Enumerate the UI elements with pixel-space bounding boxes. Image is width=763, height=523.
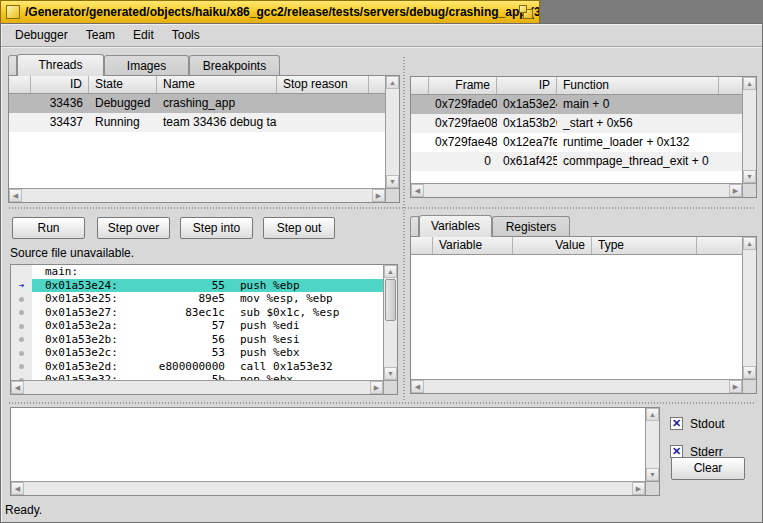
scroll-up-icon[interactable]: ▲ <box>384 265 397 278</box>
frames-col-ip[interactable]: IP <box>497 77 557 94</box>
variables-col-variable[interactable]: Variable <box>433 237 513 254</box>
breakpoint-dot-icon[interactable] <box>19 364 24 369</box>
scroll-right-icon[interactable]: ▶ <box>729 380 742 393</box>
frame-cell-frame: 0x729fade0 <box>429 95 497 114</box>
scroll-up-icon[interactable]: ▲ <box>386 76 399 89</box>
tab-breakpoints[interactable]: Breakpoints <box>189 55 280 76</box>
scroll-up-icon[interactable]: ▲ <box>646 408 659 421</box>
disasm-gutter <box>11 265 32 279</box>
close-icon[interactable] <box>6 5 20 19</box>
tab-variables[interactable]: Variables <box>419 215 492 237</box>
scrollbar-thumb[interactable] <box>385 279 396 321</box>
disassembly-line[interactable]: 0x01a53e25:89e5mov %esp, %ebp <box>11 292 383 306</box>
disasm-line-content: 0x01a53e2d:e800000000call 0x1a53e32 <box>32 360 383 374</box>
threads-hscrollbar[interactable]: ◀ ▶ <box>9 188 385 202</box>
disasm-line-content: 0x01a53e27:83ec1csub $0x1c, %esp <box>32 306 383 320</box>
scroll-left-icon[interactable]: ◀ <box>411 184 424 197</box>
source-unavailable-label: Source file unavailable. <box>10 246 134 260</box>
breakpoint-dot-icon[interactable] <box>19 297 24 302</box>
breakpoint-dot-icon[interactable] <box>19 337 24 342</box>
menu-debugger[interactable]: Debugger <box>6 24 77 46</box>
frame-row[interactable]: 0x729fae480x12ea7feruntime_loader + 0x13… <box>411 133 742 152</box>
console-hscrollbar[interactable]: ◀ ▶ <box>11 481 645 495</box>
title-bar[interactable]: /Generator/generated/objects/haiku/x86_g… <box>0 0 540 23</box>
stdout-checkbox[interactable]: ✕ <box>670 417 683 430</box>
disassembly-line[interactable]: 0x01a53e32:5bpop %ebx <box>11 373 383 380</box>
scroll-left-icon[interactable]: ◀ <box>411 380 424 393</box>
menu-tools[interactable]: Tools <box>163 24 209 46</box>
scroll-down-icon[interactable]: ▼ <box>384 367 397 380</box>
disassembly-line[interactable]: main: <box>11 265 383 279</box>
disasm-bytes: 56 <box>157 333 225 347</box>
step-over-button[interactable]: Step over <box>97 217 170 239</box>
disassembly-line[interactable]: 0x01a53e2d:e800000000call 0x1a53e32 <box>11 360 383 374</box>
breakpoint-dot-icon[interactable] <box>19 310 24 315</box>
splitter-vertical[interactable] <box>402 56 406 401</box>
menu-edit[interactable]: Edit <box>124 24 163 46</box>
threads-col-stop-reason[interactable]: Stop reason <box>277 76 369 93</box>
scroll-right-icon[interactable]: ▶ <box>370 381 383 394</box>
scroll-right-icon[interactable]: ▶ <box>632 482 645 495</box>
frame-row[interactable]: 0x729fae080x1a53b26_start + 0x56 <box>411 114 742 133</box>
thread-cell-name: team 33436 debug task <box>157 113 277 132</box>
breakpoint-dot-icon[interactable] <box>19 351 24 356</box>
step-into-button[interactable]: Step into <box>180 217 253 239</box>
threads-col-name[interactable]: Name <box>157 76 277 93</box>
variables-hscrollbar[interactable]: ◀ ▶ <box>411 379 742 393</box>
variables-vscrollbar[interactable]: ▲ ▼ <box>742 237 756 379</box>
tab-threads[interactable]: Threads <box>17 54 104 76</box>
disassembly-line[interactable]: 0x01a53e2b:56push %esi <box>11 333 383 347</box>
scroll-down-icon[interactable]: ▼ <box>743 170 756 183</box>
frames-col-frame[interactable]: Frame <box>429 77 497 94</box>
frame-row[interactable]: 00x61af4258commpage_thread_exit + 0 <box>411 152 742 171</box>
threads-col-id[interactable]: ID <box>31 76 89 93</box>
scroll-up-icon[interactable]: ▲ <box>743 237 756 250</box>
frames-vscrollbar[interactable]: ▲ ▼ <box>742 77 756 183</box>
zoom-icon[interactable] <box>519 5 533 19</box>
frames-table-header: Frame IP Function <box>411 77 742 95</box>
scroll-left-icon[interactable]: ◀ <box>9 189 22 202</box>
splitter-horizontal-top[interactable] <box>8 206 755 210</box>
scroll-up-icon[interactable]: ▲ <box>743 77 756 90</box>
menu-team[interactable]: Team <box>77 24 124 46</box>
scroll-down-icon[interactable]: ▼ <box>743 366 756 379</box>
threads-vscrollbar[interactable]: ▲ ▼ <box>385 76 399 188</box>
step-out-button[interactable]: Step out <box>263 217 335 239</box>
console-output[interactable] <box>11 408 645 481</box>
disassembly-view[interactable]: main:➔0x01a53e24:55push %ebp0x01a53e25:8… <box>11 265 383 380</box>
breakpoint-dot-icon[interactable] <box>19 324 24 329</box>
tab-images[interactable]: Images <box>104 55 189 76</box>
frames-col-function[interactable]: Function <box>557 77 719 94</box>
disassembly-line[interactable]: 0x01a53e2c:53push %ebx <box>11 346 383 360</box>
frames-col-filler <box>719 77 742 94</box>
scroll-down-icon[interactable]: ▼ <box>386 175 399 188</box>
variables-col-value[interactable]: Value <box>513 237 592 254</box>
frame-cell-filler <box>719 95 742 114</box>
frames-hscrollbar[interactable]: ◀ ▶ <box>411 183 742 197</box>
disassembly-line[interactable]: ➔0x01a53e24:55push %ebp <box>11 279 383 293</box>
thread-row[interactable]: 33436Debuggedcrashing_app <box>9 94 385 113</box>
scroll-left-icon[interactable]: ◀ <box>11 381 24 394</box>
scroll-right-icon[interactable]: ▶ <box>729 184 742 197</box>
threads-col-state[interactable]: State <box>89 76 157 93</box>
scroll-down-icon[interactable]: ▼ <box>646 468 659 481</box>
thread-row[interactable]: 33437Runningteam 33436 debug task <box>9 113 385 132</box>
disasm-address: 0x01a53e25: <box>45 292 157 306</box>
scroll-right-icon[interactable]: ▶ <box>372 189 385 202</box>
disasm-instruction: pop %ebx <box>225 373 293 380</box>
threads-table: ID State Name Stop reason 33436Debuggedc… <box>8 75 400 203</box>
tab-registers[interactable]: Registers <box>492 216 570 237</box>
clear-button[interactable]: Clear <box>671 457 745 480</box>
scroll-left-icon[interactable]: ◀ <box>11 482 24 495</box>
scrollbar-corner <box>385 188 399 202</box>
splitter-horizontal-bottom[interactable] <box>8 401 755 405</box>
variables-col-type[interactable]: Type <box>592 237 697 254</box>
console-panel: ▲ ▼ ◀ ▶ <box>10 407 660 496</box>
frame-row[interactable]: 0x729fade00x1a53e24main + 0 <box>411 95 742 114</box>
disasm-hscrollbar[interactable]: ◀ ▶ <box>11 380 383 394</box>
disassembly-line[interactable]: 0x01a53e2a:57push %edi <box>11 319 383 333</box>
disasm-vscrollbar[interactable]: ▲ ▼ <box>383 265 397 380</box>
console-vscrollbar[interactable]: ▲ ▼ <box>645 408 659 481</box>
disassembly-line[interactable]: 0x01a53e27:83ec1csub $0x1c, %esp <box>11 306 383 320</box>
run-button[interactable]: Run <box>12 217 85 239</box>
